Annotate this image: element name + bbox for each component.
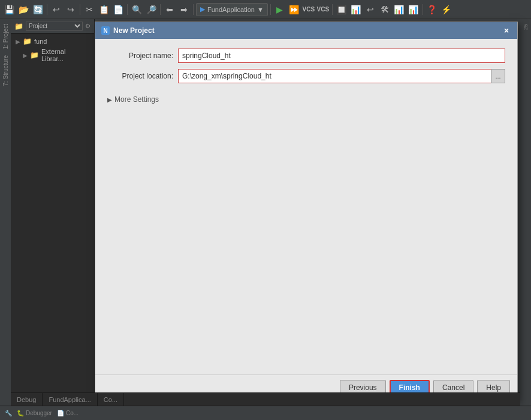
dialog-titlebar: N New Project × <box>95 22 517 39</box>
vcs-icon[interactable]: VCS <box>302 3 315 16</box>
tool3-icon[interactable]: 🛠 <box>378 3 391 16</box>
status-gear[interactable]: 🔧 <box>5 410 12 416</box>
dialog-title-group: N New Project <box>101 26 155 35</box>
find-icon[interactable]: 🔍 <box>130 3 143 16</box>
project-location-label: Project location: <box>107 72 173 80</box>
tree-item-label: External Librar... <box>41 48 89 62</box>
sep2 <box>80 4 80 15</box>
project-name-input[interactable] <box>178 49 505 63</box>
sidebar-item-structure[interactable]: 7: Structure <box>1 53 10 89</box>
copy-icon[interactable]: 📋 <box>97 3 110 16</box>
right-panel: 25 <box>520 19 531 406</box>
debugger-icon: 🐛 <box>17 410 24 416</box>
folder-icon: 📁 <box>30 51 39 59</box>
fund-app-tab-label: FundApplica... <box>49 396 90 403</box>
find2-icon[interactable]: 🔎 <box>144 3 158 16</box>
settings-icon[interactable]: ⚙ <box>85 23 90 29</box>
ide-background: 💾 📂 🔄 ↩ ↪ ✂ 📋 📄 🔍 🔎 ⬅ ➡ ▶ FundApplicatio… <box>0 0 531 420</box>
sep4 <box>160 4 161 15</box>
more-settings-label: More Settings <box>114 95 159 104</box>
more-settings-arrow-icon: ▶ <box>107 96 112 103</box>
sep5 <box>193 4 194 15</box>
history-icon[interactable]: ↩ <box>364 3 377 16</box>
status-co[interactable]: 📄 Co... <box>57 410 79 416</box>
tree-item-external-libs[interactable]: ▶ 📁 External Librar... <box>11 47 94 64</box>
sep7 <box>332 4 333 15</box>
project-panel: 📁 Project ⚙ ▶ 📁 fund ▶ 📁 External Librar… <box>11 19 95 406</box>
right-tab-maven[interactable]: 25 <box>521 22 530 32</box>
project-tree: ▶ 📁 fund ▶ 📁 External Librar... <box>11 34 94 66</box>
status-debugger[interactable]: 🐛 Debugger <box>17 410 52 416</box>
open-icon[interactable]: 📂 <box>17 3 30 16</box>
run-icon[interactable]: ▶ <box>273 3 286 16</box>
vcs2-icon[interactable]: VCS <box>316 3 330 16</box>
tree-item-fund[interactable]: ▶ 📁 fund <box>11 36 94 47</box>
expand-arrow: ▶ <box>23 52 28 59</box>
sep3 <box>127 4 128 15</box>
cut-icon[interactable]: ✂ <box>83 3 96 16</box>
folder-icon: 📁 <box>23 37 32 46</box>
sep6 <box>270 4 271 15</box>
bottom-tabs: Debug FundApplica... Co... <box>11 392 520 406</box>
sep1 <box>47 4 47 15</box>
dialog-icon: N <box>101 26 110 35</box>
dialog-title: New Project <box>113 26 155 35</box>
project-location-row: Project location: ... <box>107 69 505 83</box>
new-project-dialog: N New Project × Project name: Project lo… <box>95 22 518 401</box>
folder-icon: 📁 <box>14 22 23 31</box>
status-bar: 🔧 🐛 Debugger 📄 Co... <box>0 406 531 420</box>
toolbar: 💾 📂 🔄 ↩ ↪ ✂ 📋 📄 🔍 🔎 ⬅ ➡ ▶ FundApplicatio… <box>0 0 531 19</box>
sidebar-item-project[interactable]: 1: Project <box>1 22 10 52</box>
help-icon[interactable]: ❓ <box>426 3 439 16</box>
tab-debug[interactable]: Debug <box>11 393 43 406</box>
project-name-row: Project name: <box>107 49 505 63</box>
browse-button[interactable]: ... <box>491 69 505 83</box>
project-header: 📁 Project ⚙ <box>11 19 94 34</box>
back-icon[interactable]: ⬅ <box>163 3 176 16</box>
debugger-label: Debugger <box>26 410 52 416</box>
sync-icon[interactable]: 🔄 <box>31 3 44 16</box>
tab-co[interactable]: Co... <box>98 393 124 406</box>
save-icon[interactable]: 💾 <box>2 3 16 16</box>
paste-icon[interactable]: 📄 <box>111 3 125 16</box>
co-icon: 📄 <box>57 410 64 416</box>
project-location-group: ... <box>178 69 505 83</box>
run2-icon[interactable]: ⏩ <box>288 3 301 16</box>
app-dropdown[interactable]: ▶ FundApplication ▼ <box>196 3 268 16</box>
left-panel: 1: Project 7: Structure <box>0 19 11 406</box>
tool1-icon[interactable]: 🔲 <box>335 3 348 16</box>
co-label: Co... <box>66 410 79 416</box>
more-settings-toggle[interactable]: ▶ More Settings <box>107 95 505 104</box>
forward-icon[interactable]: ➡ <box>177 3 191 16</box>
gear-icon: 🔧 <box>5 410 12 416</box>
update-icon[interactable]: ⚡ <box>440 3 453 16</box>
tool2-icon[interactable]: 📊 <box>349 3 363 16</box>
undo-icon[interactable]: ↩ <box>50 3 63 16</box>
sep8 <box>423 4 423 15</box>
debug-tab-label: Debug <box>17 396 36 403</box>
project-name-label: Project name: <box>107 52 173 60</box>
dialog-content: Project name: Project location: ... ▶ Mo… <box>95 39 517 374</box>
tab-fund-application[interactable]: FundApplica... <box>43 393 97 406</box>
tool4-icon[interactable]: 📊 <box>393 3 406 16</box>
project-location-input[interactable] <box>178 69 491 83</box>
co-tab-label: Co... <box>104 396 117 403</box>
redo-icon[interactable]: ↪ <box>64 3 77 16</box>
project-view-select[interactable]: Project <box>26 22 83 31</box>
tree-item-label: fund <box>34 38 47 45</box>
expand-arrow: ▶ <box>16 38 20 45</box>
close-button[interactable]: × <box>502 26 511 35</box>
tool5-icon[interactable]: 📊 <box>407 3 420 16</box>
